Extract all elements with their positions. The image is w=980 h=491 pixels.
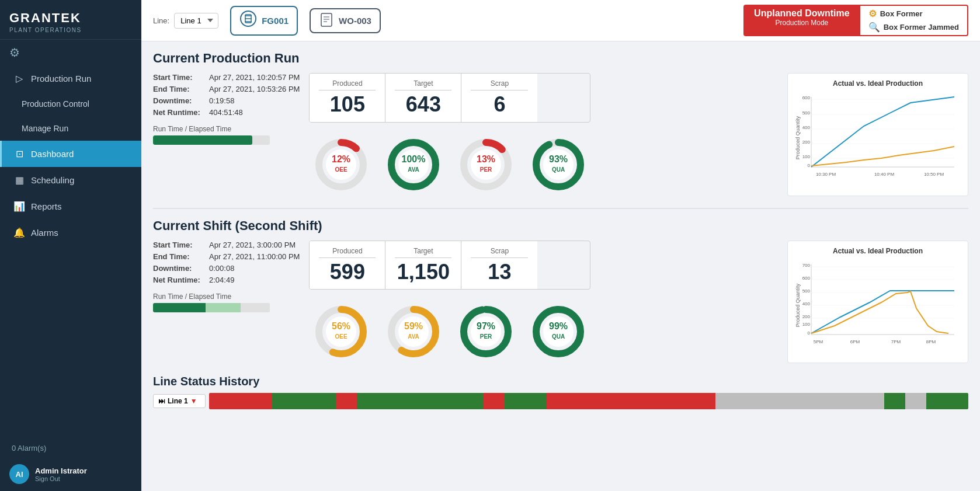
pr-scrap-value: 6 — [471, 93, 528, 116]
cs-produced-label: Produced — [319, 247, 376, 258]
svg-text:6PM: 6PM — [850, 339, 860, 344]
history-segment — [905, 393, 926, 409]
pr-runtime-fill — [153, 135, 252, 145]
gauge-qua: 93% QUA — [526, 135, 590, 196]
svg-text:0: 0 — [808, 330, 811, 336]
pr-runtime-bar-container: Run Time / Elapsed Time — [153, 125, 300, 145]
cs-netruntime-value: 2:04:49 — [209, 276, 234, 284]
sidebar-header: GRANTEK PLANT OPERATIONS — [0, 0, 141, 40]
cs-chart-title: Actual vs. Ideal Production — [794, 247, 962, 255]
svg-text:8PM: 8PM — [926, 339, 936, 344]
svg-text:56%: 56% — [332, 321, 350, 331]
cs-downtime-value: 0:00:08 — [209, 264, 234, 273]
scheduling-icon: ▦ — [13, 175, 25, 186]
cs-scrap-label: Scrap — [471, 247, 528, 258]
pr-chart-svg: Produced Quantity 600 500 400 200 100 0 — [794, 91, 957, 184]
sidebar-item-label: Scheduling — [31, 175, 74, 185]
gauge-svg: 56% OEE — [312, 302, 370, 361]
svg-text:Produced Quantity: Produced Quantity — [795, 116, 801, 159]
sidebar: GRANTEK PLANT OPERATIONS ⚙ ▷ Production … — [0, 0, 141, 491]
pr-runtime-bar — [153, 135, 270, 145]
svg-text:200: 200 — [802, 140, 811, 145]
cs-gauge-row: 56% OEE 59% AVA 97% PER — [309, 302, 590, 363]
sign-out-button[interactable]: Sign Out — [35, 475, 87, 482]
gauge-svg: 99% QUA — [529, 302, 588, 361]
cs-chart: Actual vs. Ideal Production Produced Qua… — [787, 241, 968, 364]
svg-text:200: 200 — [802, 314, 811, 319]
gear-icon: ⚙ — [9, 46, 20, 59]
pr-start-value: Apr 27, 2021, 10:20:57 PM — [209, 73, 300, 82]
sidebar-item-dashboard[interactable]: ⊡ Dashboard — [0, 141, 141, 167]
line-status-history-section: Line Status History ⏭ Line 1 ▼ — [153, 375, 968, 409]
pr-scrap-box: Scrap 6 — [461, 74, 537, 122]
history-segment — [547, 393, 715, 409]
product-icon — [239, 10, 257, 32]
topbar: Line: Line 1 FG001 WO-003 — [141, 0, 980, 41]
sidebar-item-scheduling[interactable]: ▦ Scheduling — [0, 167, 141, 193]
svg-text:OEE: OEE — [335, 333, 347, 340]
history-segment — [209, 393, 251, 409]
main-content: Line: Line 1 FG001 WO-003 — [141, 0, 980, 491]
gauge-svg: 12% OEE — [312, 135, 370, 194]
production-run-stats: Produced 105 Target 643 Scrap 6 — [309, 73, 590, 196]
user-info: AI Admin Istrator Sign Out — [0, 457, 141, 491]
cs-runtime-bar — [153, 303, 270, 312]
svg-text:PER: PER — [480, 166, 492, 173]
gauge-svg: 97% PER — [457, 302, 515, 361]
history-segment — [357, 393, 484, 409]
alert-banner: Unplanned Downtime Production Mode — [743, 5, 860, 36]
history-segment — [272, 393, 335, 409]
cs-scrap-box: Scrap 13 — [461, 241, 537, 290]
settings-icon-container[interactable]: ⚙ — [0, 40, 141, 65]
current-shift-stats: Produced 599 Target 1,150 Scrap 13 — [309, 241, 590, 364]
svg-text:AVA: AVA — [408, 333, 420, 340]
line-dropdown[interactable]: Line 1 — [174, 13, 218, 29]
history-segment — [926, 393, 968, 409]
sidebar-item-alarms[interactable]: 🔔 Alarms — [0, 220, 141, 246]
alarms-count: 0 Alarm(s) — [0, 439, 141, 457]
search-alert-icon: 🔍 — [868, 22, 880, 33]
sidebar-item-production-run[interactable]: ▷ Production Run — [0, 65, 141, 92]
history-segment — [251, 393, 272, 409]
cs-start-time-row: Start Time: Apr 27, 2021, 3:00:00 PM — [153, 241, 300, 249]
history-segment — [483, 393, 504, 409]
gauge-qua: 99% QUA — [526, 302, 590, 363]
user-name: Admin Istrator — [35, 466, 87, 475]
svg-text:600: 600 — [802, 95, 811, 100]
cs-target-box: Target 1,150 — [385, 241, 461, 290]
svg-text:5PM: 5PM — [814, 339, 823, 344]
cs-scrap-value: 13 — [471, 260, 528, 284]
sidebar-item-production-control[interactable]: Production Control — [0, 92, 141, 116]
history-bar-wrapper: ⏭ Line 1 ▼ — [153, 393, 968, 409]
alert-title: Unplanned Downtime — [754, 8, 850, 19]
section-divider — [153, 208, 968, 209]
svg-text:10:30 PM: 10:30 PM — [816, 172, 836, 177]
sidebar-item-label: Production Run — [31, 74, 91, 83]
sidebar-item-label: Production Control — [22, 99, 89, 109]
gauge-ava: 100% AVA — [381, 135, 446, 196]
cs-chart-svg: Produced Quantity 700 600 500 400 200 10… — [794, 259, 957, 352]
gauge-svg: 100% AVA — [384, 135, 443, 194]
sidebar-item-reports[interactable]: 📊 Reports — [0, 193, 141, 220]
svg-text:AVA: AVA — [408, 166, 420, 173]
production-run-info: Start Time: Apr 27, 2021, 10:20:57 PM En… — [153, 73, 300, 196]
product-id: FG001 — [262, 16, 289, 26]
cs-runtime-label: Run Time / Elapsed Time — [153, 292, 300, 301]
cs-end-value: Apr 27, 2021, 11:00:00 PM — [209, 252, 300, 261]
gauge-oee: 56% OEE — [309, 302, 373, 363]
alert-detail-1: Box Former — [880, 9, 923, 18]
gear-alert-icon: ⚙ — [868, 8, 877, 19]
pr-stats-group: Produced 105 Target 643 Scrap 6 — [309, 73, 590, 123]
history-segment — [884, 393, 905, 409]
svg-text:400: 400 — [802, 301, 811, 307]
history-segment — [505, 393, 547, 409]
sidebar-item-label: Dashboard — [31, 149, 74, 159]
pr-end-time-row: End Time: Apr 27, 2021, 10:53:26 PM — [153, 85, 300, 93]
cs-target-value: 1,150 — [395, 260, 451, 284]
pr-downtime-row: Downtime: 0:19:58 — [153, 96, 300, 105]
pr-gauge-row: 12% OEE 100% AVA 13% PER — [309, 135, 590, 196]
wo-icon — [319, 12, 334, 29]
sidebar-item-manage-run[interactable]: Manage Run — [0, 116, 141, 141]
pr-runtime-label: Run Time / Elapsed Time — [153, 125, 300, 133]
pr-produced-label: Produced — [319, 79, 376, 90]
